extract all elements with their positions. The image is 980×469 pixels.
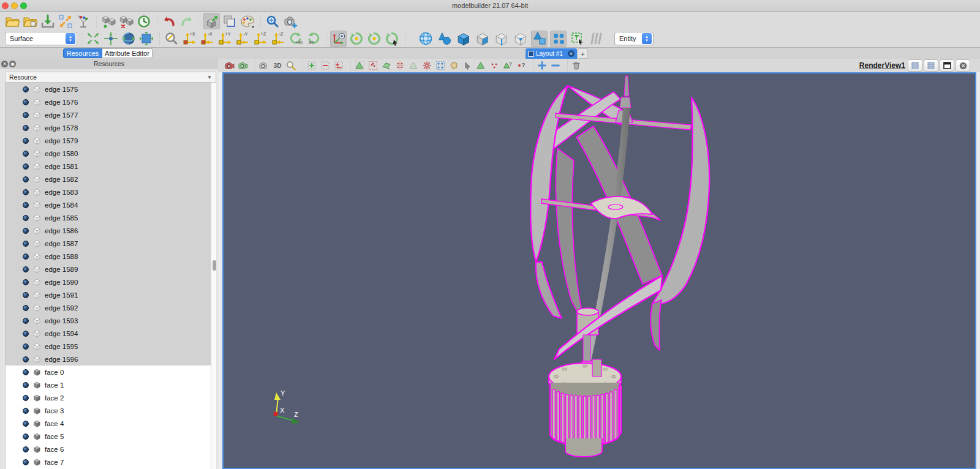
camera-export-icon[interactable] (238, 60, 249, 71)
minus-blue-icon[interactable] (550, 60, 561, 71)
poly-beige-icon[interactable] (448, 60, 459, 71)
pts-arrows-icon[interactable] (394, 60, 405, 71)
representation-combo[interactable]: Surface▲▼ (5, 32, 77, 45)
tri-question-icon[interactable]: ? (502, 60, 513, 71)
cursor-small-icon[interactable] (462, 60, 473, 71)
list-item[interactable]: face 2 (6, 391, 216, 404)
visibility-eye-icon[interactable] (23, 433, 29, 440)
box-minus-icon[interactable] (320, 60, 331, 71)
visibility-eye-icon[interactable] (23, 266, 29, 272)
cube-solid-icon[interactable] (455, 31, 472, 47)
split-vertical-button[interactable] (924, 59, 938, 72)
list-item[interactable]: face 6 (6, 443, 216, 456)
plus-x-icon[interactable]: +X (181, 31, 197, 47)
minus-y-icon[interactable]: -Y (234, 31, 251, 47)
list-item[interactable]: edge 1575 (6, 83, 216, 96)
color-palette-icon[interactable] (239, 13, 255, 29)
visibility-eye-icon[interactable] (23, 138, 29, 144)
list-item[interactable]: edge 1592 (6, 301, 216, 314)
tab-resources[interactable]: Resources (63, 48, 102, 58)
list-item[interactable]: face 7 (6, 456, 216, 468)
pts-red2-icon[interactable] (489, 60, 500, 71)
tri-add-icon[interactable] (354, 60, 365, 71)
slashes-icon[interactable] (588, 31, 605, 47)
maximize-button[interactable] (940, 59, 954, 72)
list-item[interactable]: edge 1580 (6, 147, 216, 160)
list-item[interactable]: edge 1584 (6, 198, 216, 211)
plus-blue-icon[interactable] (537, 60, 548, 71)
list-item[interactable]: edge 1595 (6, 340, 216, 353)
visibility-eye-icon[interactable] (23, 408, 29, 414)
render-view-label[interactable]: RenderView1 (859, 61, 905, 70)
visibility-eye-icon[interactable] (23, 421, 29, 427)
center-arrows-icon[interactable] (102, 31, 119, 47)
visibility-eye-icon[interactable] (23, 176, 29, 182)
box-pm-icon[interactable] (333, 60, 344, 71)
recent-folder-icon[interactable] (21, 13, 38, 29)
camera-gray-icon[interactable] (258, 60, 270, 71)
render-viewport[interactable]: Y X Z (222, 72, 976, 469)
visibility-eye-icon[interactable] (23, 241, 29, 247)
list-item[interactable]: edge 1590 (6, 276, 216, 288)
list-item[interactable]: face 4 (6, 417, 216, 430)
orbit-cursor-icon[interactable] (383, 31, 400, 47)
pts-blue-icon[interactable] (435, 60, 446, 71)
visibility-eye-icon[interactable] (23, 202, 29, 208)
tab-layout-1[interactable]: Layout #1 ✕ (526, 48, 577, 59)
list-item[interactable]: face 3 (6, 404, 216, 417)
cone-sphere-icon[interactable] (436, 31, 453, 47)
add-layout-button[interactable]: + (578, 48, 588, 59)
history-clock-icon[interactable] (135, 13, 152, 29)
visibility-eye-icon[interactable] (23, 125, 29, 131)
camera-red-icon[interactable] (224, 60, 235, 71)
visibility-eye-icon[interactable] (23, 305, 29, 311)
zoom-magnify-icon[interactable] (285, 60, 296, 71)
color-legend-icon[interactable] (75, 13, 91, 29)
open-folder-icon[interactable] (4, 13, 20, 29)
visibility-eye-icon[interactable] (23, 292, 29, 298)
list-item[interactable]: edge 1587 (6, 237, 216, 250)
visibility-eye-icon[interactable] (23, 163, 29, 170)
list-item[interactable]: face 1 (6, 378, 216, 391)
camera-plus-icon[interactable] (282, 13, 298, 29)
list-item[interactable]: edge 1577 (6, 108, 216, 121)
list-item[interactable]: edge 1596 (6, 353, 216, 366)
split-horizontal-button[interactable] (908, 59, 922, 72)
visibility-eye-icon[interactable] (23, 446, 29, 452)
list-item[interactable]: edge 1578 (6, 121, 216, 134)
rotate-plus-90-icon[interactable]: +90 (287, 31, 304, 47)
zoom-box-icon[interactable] (163, 31, 179, 47)
orbit-1-icon[interactable] (348, 31, 364, 47)
select-filter-icon[interactable] (569, 31, 586, 47)
box-arrows-icon[interactable] (138, 31, 154, 47)
trash-icon[interactable] (571, 60, 582, 71)
axes-eye-toggle-icon[interactable] (330, 31, 347, 47)
cone-square-toggle-icon[interactable] (531, 31, 548, 47)
visibility-eye-icon[interactable] (23, 318, 29, 324)
surface-select-icon[interactable] (381, 60, 392, 71)
visibility-eye-icon[interactable] (23, 189, 29, 195)
visibility-eye-icon[interactable] (23, 382, 29, 388)
box-plus-icon[interactable] (306, 60, 317, 71)
rotate-minus-90-icon[interactable]: -90 (305, 31, 322, 47)
list-item[interactable]: edge 1593 (6, 314, 216, 327)
tri-green2-icon[interactable] (475, 60, 486, 71)
plus-y-icon[interactable]: +Y (216, 31, 233, 47)
layout-close-icon[interactable]: ✕ (568, 50, 575, 57)
tab-attribute-editor[interactable]: Attribute Editor (102, 48, 153, 58)
label-3d-icon[interactable]: 3D (272, 60, 283, 71)
undo-icon[interactable] (160, 13, 177, 29)
close-view-button[interactable]: ✕ (956, 59, 970, 72)
visibility-eye-icon[interactable] (23, 395, 29, 401)
visibility-eye-icon[interactable] (23, 331, 29, 337)
dots-four-toggle-icon[interactable] (550, 31, 567, 47)
visibility-eye-icon[interactable] (23, 343, 29, 350)
orbit-2-icon[interactable] (366, 31, 382, 47)
visibility-eye-icon[interactable] (23, 151, 29, 157)
pt-select-icon[interactable] (368, 60, 379, 71)
sphere-arrows-icon[interactable] (120, 31, 137, 47)
list-item[interactable]: edge 1582 (6, 173, 216, 186)
visibility-eye-icon[interactable] (23, 112, 29, 118)
cube-edge-icon[interactable] (493, 31, 510, 47)
sphere-grid-icon[interactable] (417, 31, 434, 47)
